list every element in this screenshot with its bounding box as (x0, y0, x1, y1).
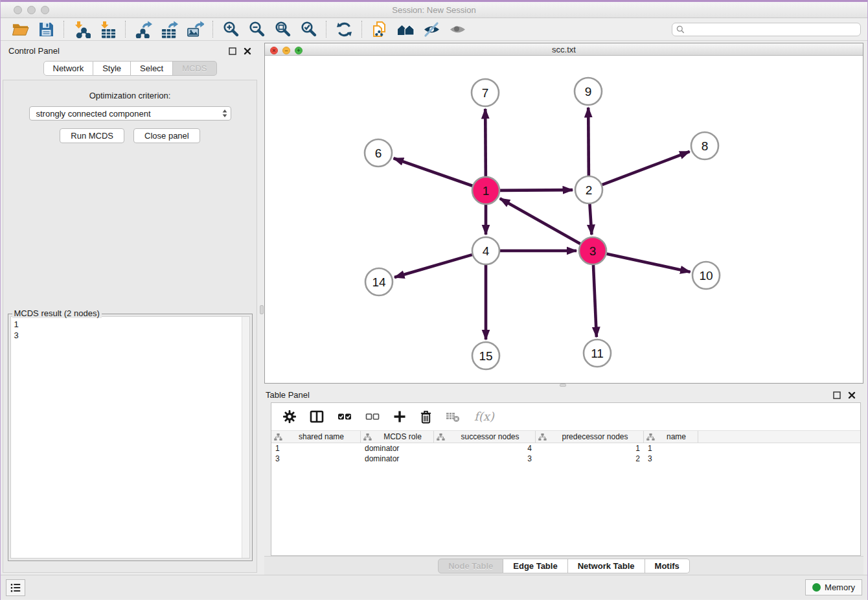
svg-text:7: 7 (482, 86, 489, 100)
task-history-button[interactable] (6, 579, 25, 596)
graph-node-14[interactable]: 14 (365, 268, 393, 295)
import-network-button[interactable] (69, 19, 95, 39)
graph-node-1[interactable]: 1 (472, 177, 499, 204)
close-panel-icon[interactable] (243, 47, 251, 55)
cell-successor-nodes[interactable]: 3 (434, 454, 536, 463)
export-network-button[interactable] (130, 19, 156, 39)
column-type-icon (538, 433, 547, 441)
search-input[interactable] (688, 25, 856, 34)
tab-mcds[interactable]: MCDS (173, 61, 216, 76)
column-header-shared-name[interactable]: shared name (271, 431, 361, 443)
network-close-button[interactable]: × (270, 47, 278, 54)
graph-node-10[interactable]: 10 (692, 262, 720, 289)
horizontal-splitter[interactable] (264, 384, 863, 387)
zoom-selected-button[interactable] (295, 19, 321, 39)
graph-node-3[interactable]: 3 (579, 237, 606, 264)
cell-predecessor-nodes[interactable]: 2 (536, 454, 644, 463)
cell-name[interactable]: 1 (644, 444, 698, 453)
vertical-splitter[interactable] (259, 41, 264, 575)
graph-edge-2-8[interactable] (602, 152, 690, 185)
window-controls[interactable] (14, 6, 49, 14)
graph-node-11[interactable]: 11 (584, 340, 611, 367)
delete-column-button[interactable] (420, 410, 432, 424)
tab-select[interactable]: Select (131, 61, 173, 76)
graph-edge-4-14[interactable] (394, 255, 472, 277)
float-panel-icon[interactable] (228, 47, 236, 55)
network-minimize-button[interactable]: – (282, 47, 290, 54)
duplicate-network-button[interactable] (367, 19, 393, 39)
cell-name[interactable]: 3 (644, 454, 698, 463)
zoom-fit-button[interactable] (269, 19, 295, 39)
criterion-select[interactable]: strongly connected component (29, 106, 231, 121)
network-canvas[interactable]: 7968124314101511 (265, 56, 863, 383)
refresh-button[interactable] (331, 19, 357, 39)
graph-node-2[interactable]: 2 (575, 176, 602, 203)
status-bar: Memory (1, 575, 867, 599)
column-header-predecessor-nodes[interactable]: predecessor nodes (536, 431, 644, 443)
splitter-grip[interactable] (560, 384, 566, 387)
search-field[interactable] (672, 23, 861, 36)
zoom-window-button[interactable] (41, 6, 49, 14)
graph-node-4[interactable]: 4 (472, 237, 499, 264)
tab-style[interactable]: Style (93, 61, 131, 76)
graph-edge-3-11[interactable] (593, 265, 597, 337)
import-table-button[interactable] (95, 19, 120, 39)
run-mcds-button[interactable]: Run MCDS (60, 128, 124, 143)
table-settings-button[interactable] (283, 410, 296, 423)
graph-node-15[interactable]: 15 (472, 342, 499, 369)
graph-edge-1-7[interactable] (485, 109, 486, 176)
show-all-button[interactable] (444, 19, 470, 39)
cell-shared-name[interactable]: 3 (271, 454, 361, 463)
float-panel-icon[interactable] (832, 391, 841, 399)
graph-node-7[interactable]: 7 (472, 79, 499, 106)
table-header-row: shared nameMCDS rolesuccessor nodesprede… (271, 430, 860, 443)
memory-button[interactable]: Memory (805, 579, 862, 595)
splitter-grip[interactable] (260, 305, 264, 314)
open-session-button[interactable] (7, 19, 33, 39)
select-all-rows-button[interactable] (337, 410, 352, 423)
tab-node-table[interactable]: Node Table (438, 559, 503, 573)
network-window-titlebar[interactable]: × – + scc.txt (265, 43, 863, 56)
graph-edge-1-6[interactable] (394, 158, 473, 185)
table-row[interactable]: 3dominator323 (271, 454, 860, 464)
tab-network[interactable]: Network (43, 61, 94, 76)
table-row[interactable]: 1dominator411 (271, 443, 860, 454)
cell-predecessor-nodes[interactable]: 1 (536, 444, 644, 453)
export-image-button[interactable] (182, 19, 208, 39)
graph-edge-2-9[interactable] (588, 108, 589, 176)
delete-table-button (446, 411, 460, 422)
graph-edge-3-1[interactable] (500, 198, 580, 244)
graph-edge-3-10[interactable] (606, 254, 690, 272)
cell-successor-nodes[interactable]: 4 (434, 444, 536, 453)
column-header-MCDS-role[interactable]: MCDS role (361, 431, 434, 443)
close-panel-icon[interactable] (847, 391, 856, 399)
result-scrollbar[interactable] (242, 317, 249, 558)
tab-network-table[interactable]: Network Table (568, 559, 645, 573)
graph-node-9[interactable]: 9 (575, 78, 602, 105)
cell-MCDS-role[interactable]: dominator (361, 444, 434, 453)
column-header-name[interactable]: name (644, 431, 698, 443)
cell-shared-name[interactable]: 1 (271, 444, 361, 453)
add-column-button[interactable] (393, 410, 406, 423)
tab-edge-table[interactable]: Edge Table (503, 559, 567, 573)
graph-node-6[interactable]: 6 (365, 139, 392, 167)
save-session-button[interactable] (33, 19, 59, 39)
cell-MCDS-role[interactable]: dominator (361, 454, 434, 463)
deselect-all-rows-button[interactable] (365, 410, 380, 423)
graph-edge-1-2[interactable] (500, 190, 573, 190)
zoom-in-button[interactable] (218, 19, 244, 39)
column-visibility-button[interactable] (310, 410, 324, 423)
column-header-successor-nodes[interactable]: successor nodes (434, 431, 536, 443)
zoom-out-button[interactable] (244, 19, 269, 39)
graph-node-8[interactable]: 8 (691, 132, 718, 159)
zoom-in-icon (222, 21, 240, 38)
close-panel-button[interactable]: Close panel (133, 128, 200, 143)
export-table-button[interactable] (156, 19, 182, 39)
hide-selected-button[interactable] (418, 19, 444, 39)
graph-edge-2-3[interactable] (589, 204, 591, 235)
tab-motifs[interactable]: Motifs (645, 559, 690, 573)
close-window-button[interactable] (14, 6, 22, 14)
network-maximize-button[interactable]: + (295, 47, 303, 54)
first-neighbors-button[interactable] (393, 19, 418, 39)
minimize-window-button[interactable] (27, 6, 36, 14)
